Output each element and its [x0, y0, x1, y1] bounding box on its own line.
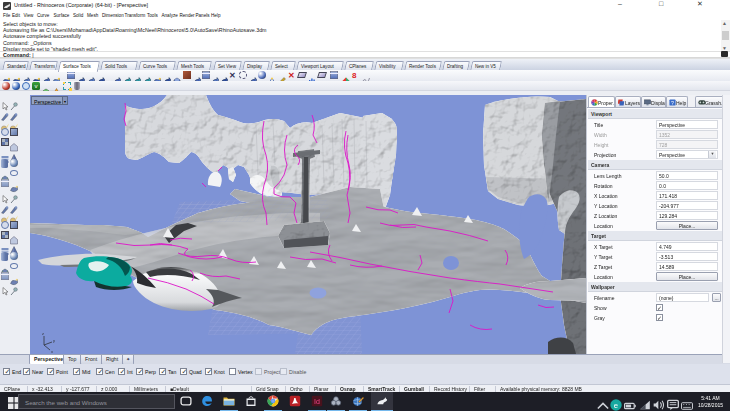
svg-text:?: ? — [671, 100, 674, 106]
svg-text:e: e — [614, 401, 618, 410]
svg-text:y: y — [53, 338, 55, 343]
svg-text:Id: Id — [314, 398, 320, 405]
svg-text:z: z — [42, 331, 44, 336]
